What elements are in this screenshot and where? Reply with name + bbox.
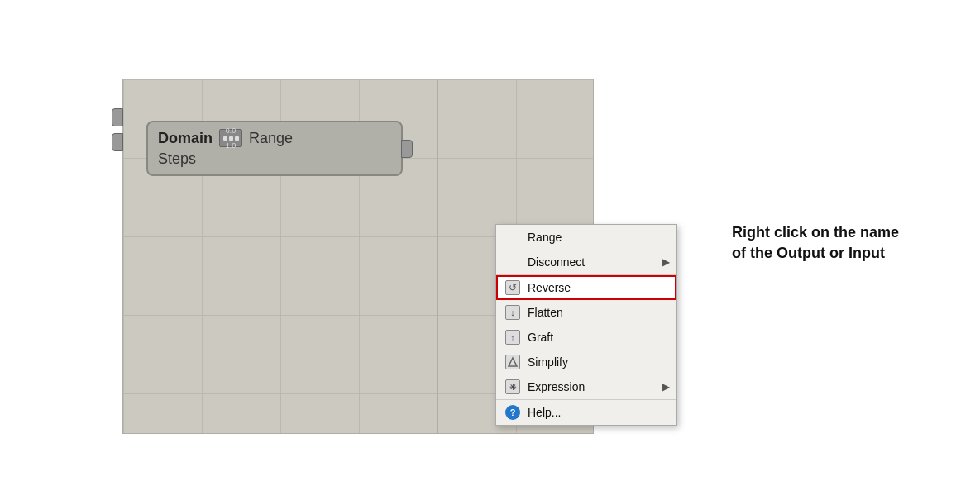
menu-item-flatten[interactable]: ↓ Flatten: [496, 300, 676, 325]
menu-label-expression: Expression: [528, 380, 585, 393]
grasshopper-canvas: Domain 0.0 1.0 Range Steps Range: [122, 79, 594, 434]
disconnect-icon: [504, 254, 521, 270]
simplify-icon: [504, 354, 521, 370]
menu-label-graft: Graft: [528, 331, 553, 344]
menu-label-range: Range: [528, 231, 562, 244]
menu-label-disconnect: Disconnect: [528, 255, 585, 269]
graft-icon-shape: ↑: [505, 330, 520, 345]
menu-item-help[interactable]: ? Help...: [496, 400, 676, 425]
expression-arrow: ▶: [662, 381, 670, 393]
flatten-icon-shape: ↓: [505, 305, 520, 320]
menu-item-simplify[interactable]: Simplify: [496, 350, 676, 374]
vertical-separator: [437, 79, 438, 433]
disconnect-arrow: ▶: [662, 256, 670, 268]
menu-label-flatten: Flatten: [528, 306, 563, 319]
annotation-line1: Right click on the name: [732, 224, 899, 241]
reverse-icon: [504, 279, 521, 296]
menu-item-reverse[interactable]: Reverse: [496, 275, 676, 300]
menu-label-simplify: Simplify: [528, 355, 568, 369]
node-row-domain: Domain 0.0 1.0 Range: [158, 129, 391, 147]
menu-item-disconnect[interactable]: Disconnect ▶: [496, 250, 676, 274]
simplify-icon-shape: [505, 355, 520, 369]
node-output-label: Range: [249, 130, 293, 147]
svg-marker-0: [509, 358, 517, 366]
menu-label-reverse: Reverse: [528, 281, 571, 294]
menu-item-graft[interactable]: ↑ Graft: [496, 325, 676, 350]
output-connector[interactable]: [401, 140, 413, 158]
annotation-line2: of the Output or Input: [732, 245, 885, 261]
annotation-text: Right click on the name of the Output or…: [732, 222, 930, 264]
node-row-steps: Steps: [158, 150, 391, 168]
gh-node: Domain 0.0 1.0 Range Steps: [146, 121, 403, 176]
node-title: Domain: [158, 130, 213, 147]
node-subtitle: Steps: [158, 150, 196, 168]
expr-icon-shape: ✳: [505, 379, 520, 394]
input-connector-1[interactable]: [112, 108, 123, 126]
menu-item-expression[interactable]: ✳ Expression ▶: [496, 374, 676, 399]
reverse-icon-shape: [505, 280, 520, 295]
menu-label-help: Help...: [528, 406, 561, 419]
context-menu: Range Disconnect ▶ Reverse ↓ Flatten ↑: [495, 224, 677, 426]
menu-item-range[interactable]: Range: [496, 225, 676, 250]
help-icon: ?: [504, 404, 521, 421]
node-icon: 0.0 1.0: [219, 129, 242, 147]
flatten-icon: ↓: [504, 304, 521, 321]
help-icon-shape: ?: [505, 405, 520, 420]
expression-icon: ✳: [504, 379, 521, 395]
graft-icon: ↑: [504, 329, 521, 345]
input-connector-2[interactable]: [112, 133, 123, 151]
range-icon: [504, 229, 521, 245]
